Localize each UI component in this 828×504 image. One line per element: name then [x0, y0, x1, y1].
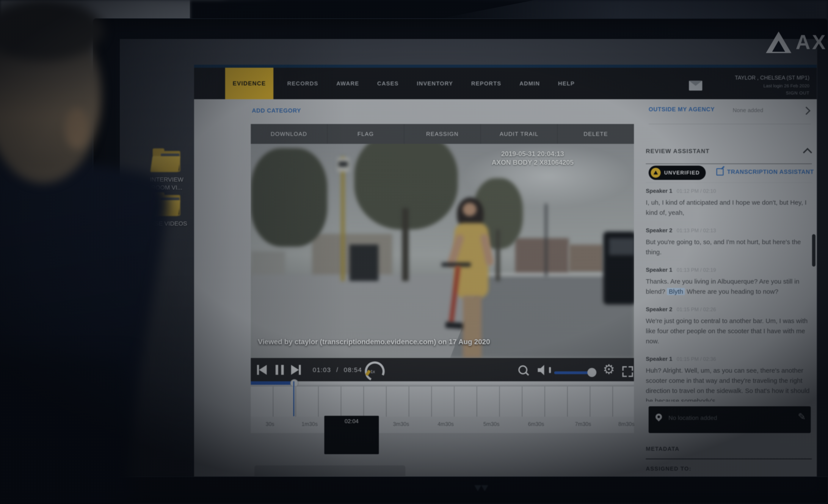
playback-speed-value: 1x	[370, 369, 375, 374]
sign-out-link[interactable]: SIGN OUT	[735, 90, 810, 95]
divider	[649, 124, 811, 124]
axon-delta-icon	[766, 32, 791, 53]
timeline-tick-label: 1m30s	[298, 421, 322, 427]
preview-time: 02:04	[324, 418, 379, 425]
outside-my-agency-title: OUTSIDE MY AGENCY	[649, 106, 715, 113]
flag-button[interactable]: FLAG	[327, 124, 404, 144]
fullscreen-icon[interactable]	[622, 366, 633, 377]
timeline-tick-label: 6m30s	[524, 421, 548, 427]
transcript-entry[interactable]: Speaker 201:15 PM / 02:26 We're just goi…	[646, 306, 812, 346]
volume-slider-knob[interactable]	[587, 368, 596, 377]
axon-brand-text: AXON	[796, 31, 828, 54]
outside-my-agency-status: None added	[733, 107, 763, 114]
duration: 08:54	[344, 366, 362, 373]
timeline-tick-label: 3m30s	[389, 421, 413, 427]
delete-button[interactable]: DELETE	[557, 124, 634, 144]
nav-tab-reports[interactable]: REPORTS	[462, 80, 510, 87]
highlighted-word: Blyth	[667, 288, 685, 295]
transcript-entry[interactable]: Speaker 101:13 PM / 02:19 Thanks. Are yo…	[646, 266, 812, 297]
nav-tab-records[interactable]: RECORDS	[278, 80, 327, 87]
pause-button[interactable]	[276, 365, 284, 375]
messages-envelope-icon[interactable]	[689, 81, 702, 91]
previous-frame-button[interactable]	[257, 365, 267, 375]
add-category-link[interactable]: ADD CATEGORY	[252, 108, 301, 114]
time-separator: /	[333, 366, 341, 373]
zoom-icon[interactable]	[519, 365, 528, 374]
window-top-accent	[194, 65, 817, 68]
bodycam-footage	[251, 144, 634, 358]
divider	[646, 164, 812, 164]
nav-tab-cases[interactable]: CASES	[368, 80, 408, 87]
metadata-title: METADATA	[646, 446, 679, 452]
ai-badge-icon	[651, 168, 661, 178]
axon-brand-logo: AXON	[766, 31, 828, 54]
nav-tab-evidence[interactable]: EVIDENCE	[225, 68, 274, 99]
audit-trail-button[interactable]: AUDIT TRAIL	[481, 124, 557, 144]
transcript-entry[interactable]: Speaker 101:12 PM / 02:10 I, uh, I kind …	[646, 187, 812, 218]
review-assistant-title: REVIEW ASSISTANT	[646, 148, 710, 155]
reassign-button[interactable]: REASSIGN	[404, 124, 481, 144]
transcript-entry[interactable]: Speaker 101:15 PM / 02:36 Huh? Alright. …	[646, 355, 812, 402]
location-placeholder: No location added	[668, 415, 717, 421]
timeline-tick-label: 30s	[258, 421, 282, 427]
video-timestamp-overlay: 2019-05-31 20:04:13 AXON BODY 2 X8106420…	[459, 150, 606, 167]
assigned-to-label: ASSIGNED TO:	[646, 465, 691, 472]
photo-of-monitor: INTERVIEW ROOM VI... CASE VIDEOS EVIDENC…	[0, 0, 828, 504]
nav-tab-inventory[interactable]: INVENTORY	[408, 80, 462, 87]
player-control-bar	[251, 358, 634, 382]
nav-tab-aware[interactable]: AWARE	[327, 80, 368, 87]
seek-bar-track[interactable]	[251, 381, 634, 385]
volume-slider[interactable]	[554, 371, 590, 374]
screen-right-edge	[817, 39, 828, 476]
timeline-hover-preview: 02:04	[324, 416, 379, 454]
viewed-by-watermark: Viewed by ctaylor (transcriptiondemo.evi…	[258, 338, 490, 346]
timeline-ruler[interactable]	[251, 386, 634, 417]
user-account-block: TAYLOR , CHELSEA (ST MP1) Last login 26 …	[735, 75, 810, 95]
seek-bar-progress	[251, 381, 294, 385]
download-button[interactable]: DOWNLOAD	[251, 124, 327, 144]
monitor-brand-logo	[474, 485, 490, 492]
unverified-badge: UNVERIFIED	[649, 166, 706, 180]
last-login: Last login 26 Feb 2020	[735, 83, 810, 88]
time-display: 01:03 / 08:54	[313, 366, 362, 374]
edit-pencil-icon[interactable]: ✎	[798, 411, 806, 422]
settings-gear-icon[interactable]: ⚙	[603, 363, 615, 376]
timeline-tick-label: 5m30s	[480, 421, 503, 427]
user-name: TAYLOR , CHELSEA (ST MP1)	[735, 75, 810, 81]
current-time: 01:03	[313, 366, 331, 373]
transcription-assistant-link[interactable]: TRANSCRIPTION ASSISTANT	[716, 168, 814, 175]
video-viewport[interactable]	[251, 144, 634, 358]
transcript-list: Speaker 101:12 PM / 02:10 I, uh, I kind …	[646, 182, 812, 402]
open-external-icon	[716, 168, 723, 175]
timeline-playhead[interactable]	[293, 381, 294, 416]
person-ear	[65, 108, 88, 149]
volume-wave	[549, 367, 551, 373]
person-shoulder	[0, 356, 129, 504]
nav-tab-admin[interactable]: ADMIN	[510, 80, 549, 87]
nav-tab-help[interactable]: HELP	[549, 80, 584, 87]
scrollbar-thumb[interactable]	[812, 234, 816, 266]
transcript-entry[interactable]: Speaker 201:13 PM / 02:13 But you're goi…	[646, 227, 812, 257]
timeline-tick-label: 4m30s	[434, 421, 458, 427]
evidence-toolbar: DOWNLOAD FLAG REASSIGN AUDIT TRAIL DELET…	[251, 124, 634, 144]
timeline-tick-label: 7m30s	[571, 421, 595, 427]
timeline-tick-label: 8m30s	[615, 421, 638, 427]
divider	[646, 459, 812, 459]
next-frame-button[interactable]	[291, 365, 301, 375]
